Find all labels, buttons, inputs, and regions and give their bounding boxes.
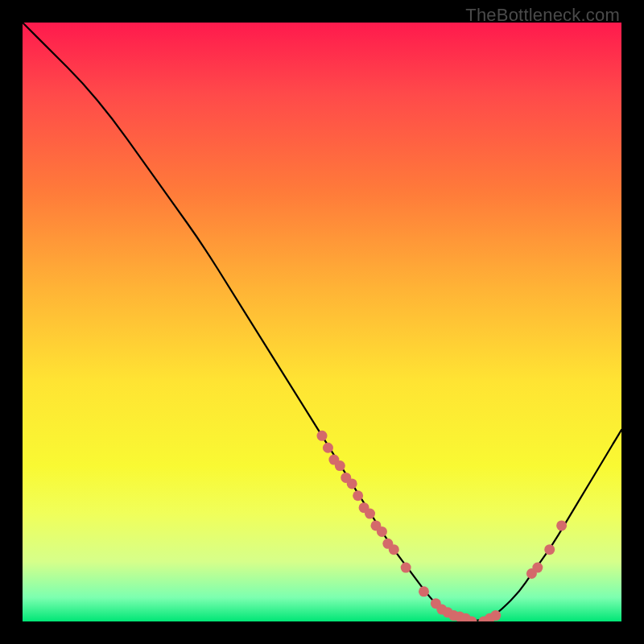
data-point-markers	[317, 431, 568, 621]
data-point	[317, 431, 328, 441]
data-point	[323, 443, 333, 453]
data-point	[556, 520, 567, 530]
data-point	[347, 478, 357, 489]
chart-canvas	[23, 23, 621, 621]
data-point	[377, 526, 387, 537]
data-point	[544, 544, 555, 555]
data-point	[490, 610, 501, 621]
data-point	[532, 563, 543, 573]
bottleneck-curve-line	[23, 23, 621, 621]
data-point	[353, 490, 363, 501]
bottleneck-plot-svg	[23, 23, 621, 621]
data-point	[365, 509, 375, 519]
data-point	[335, 460, 345, 471]
data-point	[419, 586, 429, 597]
data-point	[401, 563, 411, 573]
data-point	[389, 544, 399, 555]
